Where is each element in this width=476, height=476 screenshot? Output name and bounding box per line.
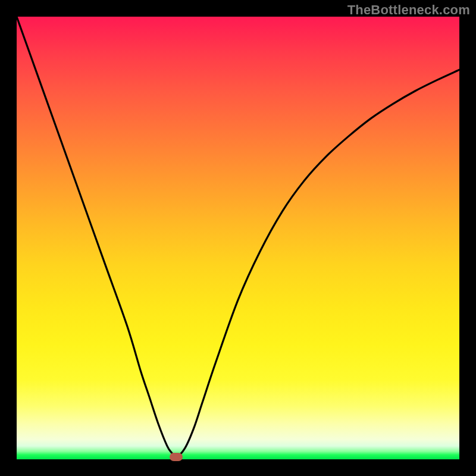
bottleneck-curve [17,17,459,459]
chart-plot-area [17,17,459,459]
chart-frame: TheBottleneck.com [0,0,476,476]
optimum-marker [170,453,183,461]
watermark-text: TheBottleneck.com [347,2,470,18]
